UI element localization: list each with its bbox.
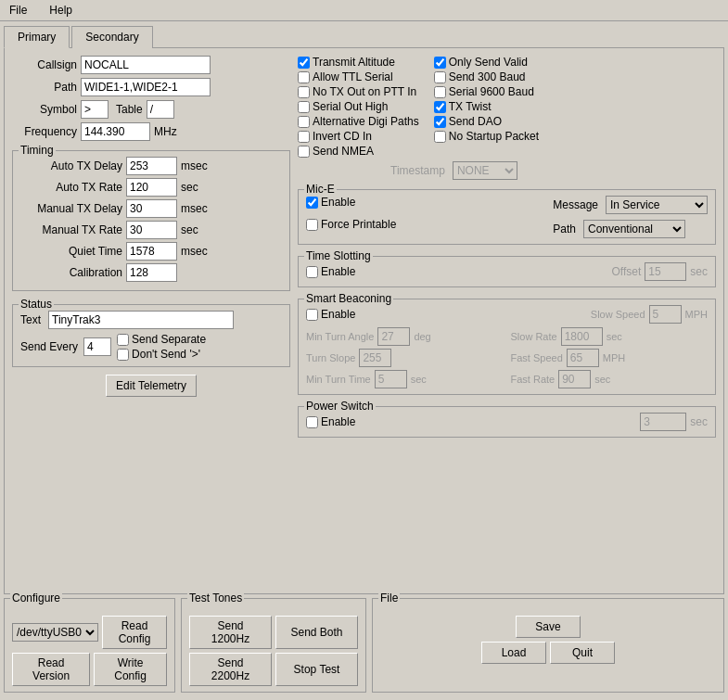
min-turn-time-input[interactable]	[375, 370, 407, 388]
slow-rate-input[interactable]	[561, 327, 603, 346]
send-2200hz-button[interactable]: Send 2200Hz	[189, 653, 272, 686]
force-printable-checkbox[interactable]	[306, 219, 318, 231]
cb-allow-ttl-serial: Allow TTL Serial	[298, 70, 419, 83]
serial-out-high-checkbox[interactable]	[298, 101, 310, 113]
only-send-valid-checkbox[interactable]	[434, 57, 446, 69]
symbol-row: Symbol Table	[12, 100, 290, 119]
symbol-label: Symbol	[12, 103, 77, 116]
power-enable-checkbox[interactable]	[306, 416, 318, 428]
load-button[interactable]: Load	[481, 642, 546, 664]
quit-button[interactable]: Quit	[550, 642, 615, 664]
slow-speed-input[interactable]	[649, 305, 682, 324]
quiet-time-input[interactable]	[126, 242, 177, 261]
dont-send-row: Don't Send '>'	[117, 348, 206, 361]
invert-cd-in-checkbox[interactable]	[298, 131, 310, 143]
send-checks: Send Separate Don't Send '>'	[117, 333, 206, 361]
write-config-button[interactable]: Write Config	[94, 653, 167, 686]
edit-telemetry-button[interactable]: Edit Telemetry	[106, 375, 197, 397]
read-config-button[interactable]: Read Config	[102, 616, 167, 649]
menu-file[interactable]: File	[4, 2, 32, 19]
panel: Callsign Path Symbol Table Frequ	[4, 47, 724, 594]
auto-tx-delay-input[interactable]	[126, 157, 177, 175]
cb-send-300-baud: Send 300 Baud	[434, 70, 539, 83]
allow-ttl-serial-checkbox[interactable]	[298, 71, 310, 83]
send-1200hz-button[interactable]: Send 1200Hz	[189, 616, 272, 649]
slow-rate-unit: sec	[607, 331, 622, 342]
power-enable-label: Enable	[321, 415, 355, 428]
send-both-button[interactable]: Send Both	[275, 616, 358, 649]
send-every-input[interactable]	[83, 337, 111, 356]
turn-slope-input[interactable]	[359, 349, 391, 367]
dont-send-label: Don't Send '>'	[132, 348, 200, 361]
checkbox-col2: Only Send Valid Send 300 Baud Serial 960…	[434, 56, 539, 158]
calibration-input[interactable]	[126, 263, 177, 282]
offset-input[interactable]	[645, 262, 686, 281]
callsign-input[interactable]	[81, 56, 211, 74]
send-300-baud-checkbox[interactable]	[434, 71, 446, 83]
min-turn-time-label: Min Turn Time	[306, 374, 371, 385]
send-nmea-checkbox[interactable]	[298, 146, 310, 158]
tx-twist-checkbox[interactable]	[434, 101, 446, 113]
smart-beaconing-enable-row: Enable	[306, 308, 355, 321]
dont-send-checkbox[interactable]	[117, 349, 129, 361]
test-tones-inner: Send 1200Hz Send Both Send 2200Hz Stop T…	[189, 616, 358, 686]
file-title: File	[378, 592, 400, 605]
manual-tx-delay-input[interactable]	[126, 199, 177, 218]
manual-tx-rate-unit: sec	[181, 223, 198, 236]
auto-tx-rate-unit: sec	[181, 181, 198, 194]
time-slotting-enable-checkbox[interactable]	[306, 266, 318, 278]
frequency-input[interactable]	[81, 122, 150, 141]
read-version-button[interactable]: Read Version	[12, 653, 90, 686]
symbol-input[interactable]	[81, 100, 109, 119]
save-button[interactable]: Save	[516, 616, 581, 638]
menu-help[interactable]: Help	[44, 2, 78, 19]
auto-tx-delay-unit: msec	[181, 159, 208, 172]
mic-e-enable-checkbox[interactable]	[306, 197, 318, 209]
serial-9600-checkbox[interactable]	[434, 86, 446, 98]
cb-transmit-altitude: Transmit Altitude	[298, 56, 419, 69]
alt-digi-paths-label: Alternative Digi Paths	[313, 115, 419, 128]
cb-send-nmea: Send NMEA	[298, 145, 419, 158]
manual-tx-delay-row: Manual TX Delay msec	[20, 199, 282, 218]
power-value-input[interactable]	[640, 413, 686, 431]
no-tx-out-checkbox[interactable]	[298, 86, 310, 98]
message-select[interactable]: In Service En Route In Range Returning C…	[606, 196, 708, 214]
frequency-unit: MHz	[154, 125, 177, 138]
power-switch-group: Power Switch Enable sec	[298, 406, 716, 438]
transmit-altitude-checkbox[interactable]	[298, 57, 310, 69]
path-input[interactable]	[81, 78, 211, 96]
min-turn-angle-label: Min Turn Angle	[306, 331, 374, 342]
fast-rate-input[interactable]	[558, 370, 591, 388]
quiet-time-label: Quiet Time	[20, 245, 122, 258]
timestamp-select[interactable]: NONE UTC DHM	[453, 161, 517, 180]
manual-tx-rate-input[interactable]	[126, 221, 177, 239]
quiet-time-unit: msec	[181, 245, 208, 258]
min-turn-angle-input[interactable]	[377, 327, 410, 346]
calibration-label: Calibration	[20, 266, 122, 279]
status-text-input[interactable]	[48, 311, 234, 329]
mic-e-path-select[interactable]: Conventional Custom	[583, 220, 685, 238]
manual-tx-rate-label: Manual TX Rate	[20, 223, 122, 236]
tab-secondary[interactable]: Secondary	[71, 26, 152, 48]
port-select[interactable]: /dev/ttyUSB0 /dev/ttyUSB1 COM1 COM2	[12, 623, 98, 642]
fast-rate-label: Fast Rate	[511, 374, 556, 385]
send-dao-checkbox[interactable]	[434, 116, 446, 128]
send-separate-checkbox[interactable]	[117, 334, 129, 346]
smart-beaconing-enable-checkbox[interactable]	[306, 309, 318, 321]
file-row1: Save	[380, 616, 716, 638]
alt-digi-paths-checkbox[interactable]	[298, 116, 310, 128]
fast-speed-input[interactable]	[567, 349, 599, 367]
right-checks: Transmit Altitude Allow TTL Serial No TX…	[298, 56, 716, 158]
cb-only-send-valid: Only Send Valid	[434, 56, 539, 69]
stop-test-button[interactable]: Stop Test	[275, 653, 358, 686]
power-enable-row: Enable	[306, 415, 355, 428]
auto-tx-rate-input[interactable]	[126, 178, 177, 197]
mic-e-group: Mic-E Enable Force Printable	[298, 189, 716, 245]
cb-no-startup-packet: No Startup Packet	[434, 130, 539, 143]
power-switch-row: Enable sec	[306, 413, 708, 431]
no-startup-packet-checkbox[interactable]	[434, 131, 446, 143]
tab-primary[interactable]: Primary	[4, 26, 70, 48]
table-input[interactable]	[147, 100, 174, 119]
callsign-row: Callsign	[12, 56, 290, 74]
time-slotting-enable-label: Enable	[321, 265, 355, 278]
